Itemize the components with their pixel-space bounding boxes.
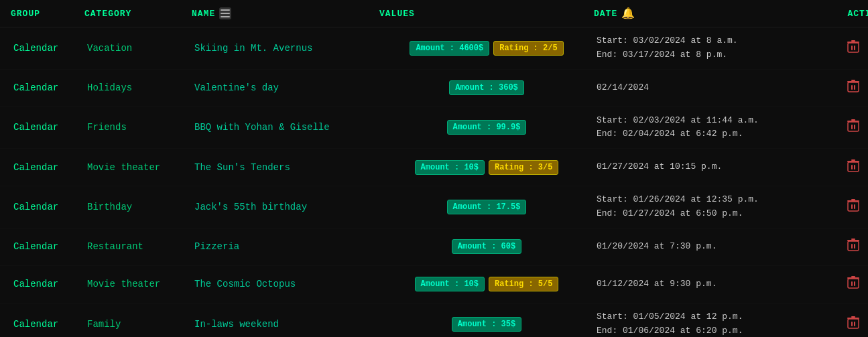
cell-values: Amount : 99.9$ (379, 119, 594, 136)
rating-badge: Rating : 3/5 (489, 160, 558, 175)
cell-date: 02/14/2024 (594, 80, 822, 96)
delete-button[interactable] (845, 118, 862, 137)
svg-rect-0 (221, 9, 230, 11)
svg-rect-16 (847, 121, 859, 122)
cell-date: Start: 02/03/2024 at 11:44 a.m.End: 02/0… (594, 113, 822, 143)
group-value: Calendar (13, 202, 82, 212)
svg-rect-31 (847, 240, 859, 241)
group-value: Calendar (13, 279, 82, 289)
svg-rect-1 (221, 13, 230, 14)
cell-group: Calendar (11, 161, 84, 174)
date-end: End: 01/06/2024 at 6:20 p.m. (597, 324, 819, 337)
svg-rect-7 (851, 40, 855, 42)
cell-name: The Sun's Tenders (192, 161, 379, 174)
rating-badge: Rating : 2/5 (493, 41, 563, 56)
table-row: Calendar Friends BBQ with Yohan & Gisell… (0, 107, 868, 149)
category-value: Movie theater (87, 279, 189, 289)
category-value: Restaurant (87, 241, 189, 252)
amount-badge: Amount : 4600$ (410, 41, 489, 56)
svg-rect-38 (848, 319, 859, 328)
svg-rect-14 (851, 125, 853, 129)
svg-rect-17 (851, 119, 855, 121)
table-row: Calendar Movie theater The Cosmic Octopu… (0, 266, 868, 304)
cell-category: Family (84, 318, 192, 331)
svg-rect-26 (847, 200, 859, 202)
name-value: Pizzeria (194, 241, 377, 252)
group-value: Calendar (13, 319, 82, 330)
cell-group: Calendar (11, 121, 84, 134)
name-value: BBQ with Yohan & Giselle (194, 122, 377, 133)
date-end: End: 03/17/2024 at 8 p.m. (597, 48, 819, 62)
table-body: Calendar Vacation Skiing in Mt. Avernus … (0, 27, 868, 337)
cell-date: Start: 01/26/2024 at 12:35 p.m.End: 01/2… (594, 192, 822, 222)
cell-values: Amount : 17.5$ (379, 198, 594, 216)
date-start: Start: 01/26/2024 at 12:35 p.m. (597, 193, 819, 207)
rating-badge: Rating : 5/5 (489, 277, 558, 291)
delete-button[interactable] (845, 158, 862, 177)
amount-badge: Amount : 60$ (452, 239, 521, 254)
cell-name: BBQ with Yohan & Giselle (192, 121, 379, 134)
svg-rect-35 (854, 281, 855, 286)
svg-rect-11 (847, 81, 859, 82)
category-value: Vacation (87, 43, 189, 54)
cell-values: Amount : 10$ Rating : 5/5 (379, 275, 594, 293)
group-value: Calendar (13, 82, 82, 93)
cell-category: Birthday (84, 200, 192, 214)
cell-date: 01/20/2024 at 7:30 p.m. (594, 239, 822, 255)
svg-rect-24 (851, 204, 853, 209)
amount-badge: Amount : 10$ (415, 160, 485, 175)
category-value: Friends (87, 122, 189, 133)
cell-values: Amount : 35$ (379, 316, 594, 333)
delete-button[interactable] (845, 315, 862, 334)
header-actions: ACTIONS (822, 9, 868, 19)
group-value: Calendar (13, 162, 82, 173)
delete-button[interactable] (845, 39, 862, 58)
cell-actions (822, 314, 868, 335)
name-value: Skiing in Mt. Avernus (194, 43, 377, 54)
svg-rect-2 (221, 16, 230, 17)
cell-name: The Cosmic Octopus (192, 277, 379, 291)
date-single: 01/27/2024 at 10:15 p.m. (597, 160, 819, 174)
cell-actions (822, 273, 868, 295)
header-values: VALUES (379, 9, 594, 19)
list-filter-icon[interactable] (219, 7, 231, 19)
date-single: 01/12/2024 at 9:30 p.m. (597, 277, 819, 291)
name-value: In-laws weekend (194, 319, 377, 330)
group-value: Calendar (13, 43, 82, 54)
cell-actions (822, 157, 868, 178)
svg-rect-30 (854, 244, 855, 249)
svg-rect-8 (848, 82, 859, 92)
delete-button[interactable] (845, 237, 862, 256)
delete-button[interactable] (845, 198, 862, 216)
svg-rect-32 (851, 239, 855, 240)
cell-group: Calendar (11, 318, 84, 331)
svg-rect-15 (854, 125, 855, 129)
date-end: End: 02/04/2024 at 6:42 p.m. (597, 127, 819, 141)
date-single: 01/20/2024 at 7:30 p.m. (597, 240, 819, 254)
table-header: GROUP CATEGORY NAME VALUES DATE 🔔 ACTION… (0, 0, 868, 27)
svg-rect-19 (851, 165, 853, 170)
svg-rect-23 (848, 202, 859, 211)
svg-rect-34 (851, 281, 853, 286)
cell-category: Holidays (84, 81, 192, 94)
amount-badge: Amount : 17.5$ (447, 200, 527, 214)
cell-name: Skiing in Mt. Avernus (192, 42, 379, 55)
svg-rect-21 (847, 161, 859, 162)
name-value: The Sun's Tenders (194, 162, 377, 173)
header-group: GROUP (11, 9, 84, 19)
delete-button[interactable] (845, 78, 862, 97)
cell-category: Vacation (84, 42, 192, 55)
table-row: Calendar Restaurant Pizzeria Amount : 60… (0, 228, 868, 266)
table-row: Calendar Holidays Valentine's day Amount… (0, 70, 868, 107)
category-value: Movie theater (87, 162, 189, 173)
cell-group: Calendar (11, 240, 84, 253)
category-value: Family (87, 319, 189, 330)
table-row: Calendar Birthday Jack's 55th birthday A… (0, 186, 868, 228)
svg-rect-39 (851, 322, 853, 326)
svg-rect-22 (851, 159, 855, 161)
delete-button[interactable] (845, 275, 862, 293)
name-value: Jack's 55th birthday (194, 202, 377, 212)
category-value: Birthday (87, 202, 189, 212)
cell-actions (822, 38, 868, 59)
cell-group: Calendar (11, 81, 84, 94)
